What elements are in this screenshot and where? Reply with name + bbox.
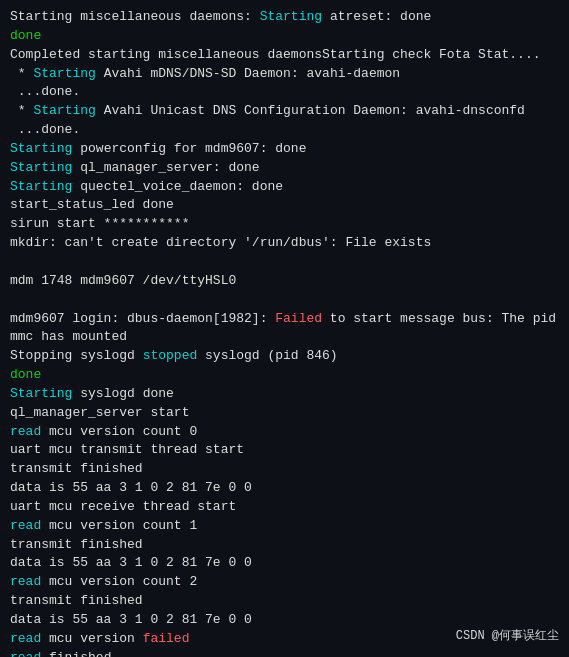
terminal-line: done	[10, 366, 559, 385]
terminal-line: mkdir: can't create directory '/run/dbus…	[10, 234, 559, 253]
terminal-line: Starting syslogd done	[10, 385, 559, 404]
terminal-line: Stopping syslogd stopped syslogd (pid 84…	[10, 347, 559, 366]
terminal-line: read mcu version count 0	[10, 423, 559, 442]
terminal-line: transmit finished	[10, 592, 559, 611]
terminal-line: transmit finished	[10, 460, 559, 479]
terminal-line: uart mcu receive thread start	[10, 498, 559, 517]
terminal-line	[10, 253, 559, 272]
terminal-line: ...done.	[10, 121, 559, 140]
terminal-line: read mcu version count 2	[10, 573, 559, 592]
terminal-line: * Starting Avahi mDNS/DNS-SD Daemon: ava…	[10, 65, 559, 84]
terminal-line: ...done.	[10, 83, 559, 102]
terminal-line	[10, 291, 559, 310]
terminal-line: Completed starting miscellaneous daemons…	[10, 46, 559, 65]
terminal-line: Starting quectel_voice_daemon: done	[10, 178, 559, 197]
terminal-line: sirun start ***********	[10, 215, 559, 234]
watermark: CSDN @何事误红尘	[456, 628, 559, 645]
terminal-line: start_status_led done	[10, 196, 559, 215]
terminal-line: done	[10, 27, 559, 46]
terminal-line: Starting ql_manager_server: done	[10, 159, 559, 178]
terminal-line: read finished	[10, 649, 559, 657]
terminal-window: Starting miscellaneous daemons: Starting…	[0, 0, 569, 657]
terminal-line: uart mcu transmit thread start	[10, 441, 559, 460]
terminal-line: data is 55 aa 3 1 0 2 81 7e 0 0	[10, 554, 559, 573]
terminal-line: mdm9607 login: dbus-daemon[1982]: Failed…	[10, 310, 559, 329]
terminal-line: transmit finished	[10, 536, 559, 555]
terminal-line: mdm 1748 mdm9607 /dev/ttyHSL0	[10, 272, 559, 291]
terminal-line: mmc has mounted	[10, 328, 559, 347]
terminal-line: ql_manager_server start	[10, 404, 559, 423]
terminal-line: * Starting Avahi Unicast DNS Configurati…	[10, 102, 559, 121]
terminal-line: Starting miscellaneous daemons: Starting…	[10, 8, 559, 27]
terminal-line: data is 55 aa 3 1 0 2 81 7e 0 0	[10, 479, 559, 498]
terminal-line: Starting powerconfig for mdm9607: done	[10, 140, 559, 159]
terminal-line: read mcu version count 1	[10, 517, 559, 536]
